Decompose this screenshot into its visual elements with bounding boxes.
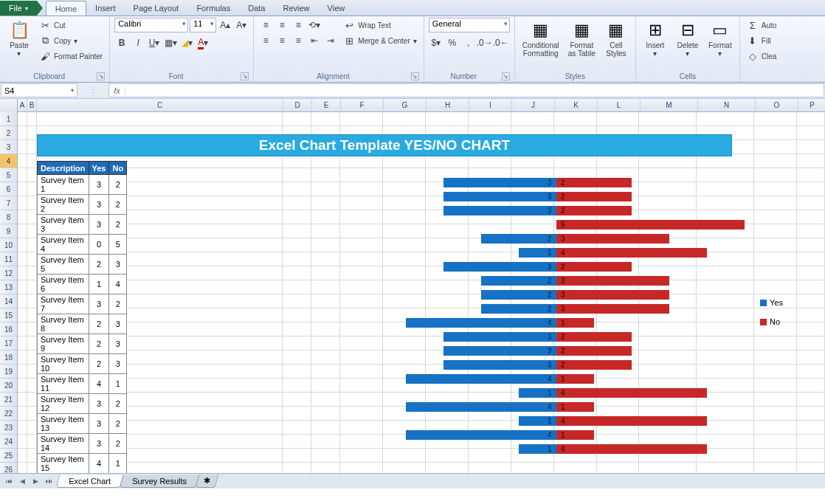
tab-home[interactable]: Home [46,1,86,15]
col-header-N[interactable]: N [698,99,756,112]
conditional-formatting-button[interactable]: ▦Conditional Formatting [519,18,562,59]
row-header-24[interactable]: 24 [0,435,17,449]
increase-decimal-button[interactable]: .0→ [477,35,492,50]
fill-color-button[interactable]: ◢▾ [179,35,194,50]
tab-review[interactable]: Review [274,1,318,15]
clear-button[interactable]: ◇Clea [745,49,779,63]
row-header-10[interactable]: 10 [0,238,17,252]
row-header-11[interactable]: 11 [0,252,17,266]
row-header-19[interactable]: 19 [0,365,17,379]
row-header-23[interactable]: 23 [0,421,17,435]
col-header-E[interactable]: E [312,99,341,112]
copy-button[interactable]: ⧉Copy ▾ [37,33,105,48]
tab-data[interactable]: Data [239,1,274,15]
alignment-launcher[interactable]: ↘ [411,72,419,80]
row-header-14[interactable]: 14 [0,294,17,308]
currency-button[interactable]: $▾ [429,35,443,50]
row-header-2[interactable]: 2 [0,126,17,140]
spreadsheet-grid[interactable]: ABCDEFGHIJKLMNOP 12345678910111213141516… [0,99,825,489]
sheet-nav-prev[interactable]: ◀ [16,475,28,487]
row-header-22[interactable]: 22 [0,407,17,421]
row-header-18[interactable]: 18 [0,351,17,365]
number-format-select[interactable]: General [429,18,510,32]
format-cells-button[interactable]: ▭Format▾ [705,18,735,59]
orientation-button[interactable]: ⟲▾ [307,18,322,32]
format-table-button[interactable]: ▦Format as Table [565,18,598,59]
row-header-1[interactable]: 1 [0,112,17,126]
column-headers[interactable]: ABCDEFGHIJKLMNOP [0,99,825,112]
align-left-button[interactable]: ≡ [258,33,273,48]
merge-center-button[interactable]: ⊞Merge & Center ▾ [341,33,419,48]
italic-button[interactable]: I [131,35,145,50]
row-header-12[interactable]: 12 [0,266,17,280]
fill-button[interactable]: ⬇Fill [745,33,779,48]
bold-button[interactable]: B [114,35,129,50]
col-header-K[interactable]: K [555,99,598,112]
col-header-I[interactable]: I [469,99,512,112]
col-header-M[interactable]: M [641,99,698,112]
tab-page-layout[interactable]: Page Layout [125,1,188,15]
percent-button[interactable]: % [445,35,460,50]
sheet-nav-first[interactable]: ⏮ [3,475,15,487]
row-header-13[interactable]: 13 [0,280,17,294]
font-name-select[interactable]: Calibri [114,18,188,32]
shrink-font-button[interactable]: A▾ [234,18,249,32]
col-header-D[interactable]: D [283,99,312,112]
row-header-20[interactable]: 20 [0,379,17,393]
increase-indent-button[interactable]: ⇥ [323,33,338,48]
border-button[interactable]: ▦▾ [163,35,178,50]
col-header-C[interactable]: C [37,99,283,112]
row-headers[interactable]: 1234567891011121314151617181920212223242… [0,112,18,489]
autosum-button[interactable]: ΣAuto [745,18,779,32]
decrease-indent-button[interactable]: ⇤ [307,33,322,48]
cell-styles-button[interactable]: ▦Cell Styles [601,18,631,59]
grow-font-button[interactable]: A▴ [218,18,232,32]
cut-button[interactable]: ✂Cut [37,18,105,32]
font-launcher[interactable]: ↘ [241,72,249,80]
sheet-tab-excel-chart[interactable]: Excel Chart [56,475,123,488]
align-middle-button[interactable]: ≡ [275,18,289,32]
number-launcher[interactable]: ↘ [502,72,510,80]
delete-cells-button[interactable]: ⊟Delete▾ [673,18,703,59]
row-header-17[interactable]: 17 [0,336,17,351]
align-center-button[interactable]: ≡ [275,33,289,48]
row-header-15[interactable]: 15 [0,308,17,322]
fx-button[interactable]: fx [109,86,125,95]
col-header-P[interactable]: P [798,99,825,112]
file-tab[interactable]: File▾ [0,1,37,15]
comma-button[interactable]: , [461,35,476,50]
format-painter-button[interactable]: 🖌Format Painter [37,49,105,63]
tab-formulas[interactable]: Formulas [187,1,239,15]
decrease-decimal-button[interactable]: .0← [494,35,508,50]
align-right-button[interactable]: ≡ [291,33,306,48]
row-header-4[interactable]: 4 [0,154,17,168]
col-header-G[interactable]: G [384,99,427,112]
clipboard-launcher[interactable]: ↘ [97,72,105,80]
row-header-9[interactable]: 9 [0,224,17,238]
underline-button[interactable]: U▾ [147,35,162,50]
row-header-7[interactable]: 7 [0,196,17,210]
name-box[interactable]: S4▾ [1,83,77,97]
row-header-3[interactable]: 3 [0,140,17,154]
wrap-text-button[interactable]: ↩Wrap Text [341,18,419,32]
select-all-corner[interactable] [0,99,18,112]
col-header-B[interactable]: B [27,99,37,112]
row-header-8[interactable]: 8 [0,210,17,224]
col-header-H[interactable]: H [427,99,469,112]
tab-insert[interactable]: Insert [86,1,125,15]
col-header-L[interactable]: L [598,99,641,112]
sheet-nav-last[interactable]: ⏭ [43,475,55,487]
align-bottom-button[interactable]: ≡ [291,18,306,32]
row-header-16[interactable]: 16 [0,322,17,336]
row-header-5[interactable]: 5 [0,168,17,182]
sheet-tab-survey-results[interactable]: Survey Results [120,475,200,488]
row-header-25[interactable]: 25 [0,449,17,463]
insert-cells-button[interactable]: ⊞Insert▾ [641,18,670,59]
tab-view[interactable]: View [319,1,354,15]
sheet-nav-next[interactable]: ▶ [30,475,41,487]
row-header-6[interactable]: 6 [0,182,17,196]
align-top-button[interactable]: ≡ [258,18,273,32]
row-header-21[interactable]: 21 [0,393,17,407]
col-header-A[interactable]: A [18,99,27,112]
sheet-tab-new[interactable]: ✱ [195,474,218,488]
